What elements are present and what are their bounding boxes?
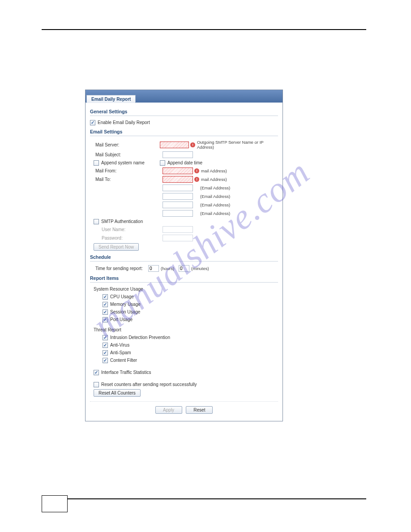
- label-content-filter: Content Filter: [110, 358, 137, 363]
- row-username: User Name:: [90, 225, 278, 234]
- section-schedule-title: Schedule: [90, 252, 278, 262]
- label-mail-from: Mail From:: [90, 168, 163, 173]
- input-mail-to-5[interactable]: [163, 210, 193, 217]
- checkbox-reset-counters[interactable]: [94, 382, 99, 387]
- label-hours: (hours): [159, 266, 179, 271]
- row-content-filter: Content Filter: [90, 356, 278, 364]
- checkbox-memory-usage[interactable]: [103, 302, 108, 307]
- label-smtp-auth: SMTP Authentication: [101, 219, 143, 224]
- checkbox-interface-traffic-stats[interactable]: [94, 370, 99, 375]
- required-icon: !: [190, 142, 195, 147]
- row-idp: Intrusion Detection Prevention: [90, 334, 278, 341]
- row-sys-resource: System Resource Usage: [90, 285, 278, 293]
- row-mail-from: Mail From: ! mail Address): [90, 167, 278, 175]
- reset-button[interactable]: Reset: [186, 406, 213, 414]
- row-threat: Threat Report: [90, 326, 278, 334]
- dialog-titlebar: Email Daily Report: [86, 90, 283, 103]
- section-report-title: Report Items: [90, 273, 278, 283]
- input-mail-server[interactable]: [160, 142, 189, 148]
- reset-all-counters-button[interactable]: Reset All Counters: [94, 389, 141, 397]
- label-username: User Name:: [90, 227, 163, 232]
- hint-mail-to-1: mail Address): [199, 177, 227, 182]
- row-mail-to-3: (Email Address): [90, 192, 278, 201]
- label-sys-resource: System Resource Usage: [94, 287, 143, 292]
- checkbox-antivirus[interactable]: [103, 343, 108, 348]
- row-password: Password:: [90, 234, 278, 242]
- input-password[interactable]: [163, 235, 193, 241]
- row-append: Append system name Append date time: [90, 159, 278, 167]
- page-top-rule: [42, 29, 366, 30]
- input-mail-to-3[interactable]: [163, 193, 193, 200]
- required-icon: !: [194, 177, 199, 182]
- checkbox-session-usage[interactable]: [103, 309, 108, 315]
- checkbox-idp[interactable]: [103, 335, 108, 340]
- checkbox-append-system-name[interactable]: [94, 160, 99, 166]
- label-mail-subject: Mail Subject:: [90, 152, 163, 157]
- row-mail-to-4: (Email Address): [90, 201, 278, 209]
- label-idp: Intrusion Detection Prevention: [110, 335, 170, 340]
- dialog-content: General Settings Enable Email Daily Repo…: [86, 103, 283, 421]
- page-bottom-rule: [67, 498, 366, 499]
- hint-mail-to-3: (Email Address): [193, 194, 230, 199]
- hint-mail-server: Outgoing SMTP Server Name or IP Address): [195, 140, 278, 150]
- row-reset-all: Reset All Counters: [90, 388, 278, 398]
- checkbox-antispam[interactable]: [103, 350, 108, 356]
- row-mail-to-2: (Email Address): [90, 184, 278, 192]
- row-send-now: Send Report Now: [90, 242, 278, 252]
- send-report-now-button[interactable]: Send Report Now: [94, 243, 139, 251]
- tab-email-daily-report[interactable]: Email Daily Report: [86, 95, 136, 103]
- label-threat-report: Threat Report: [94, 327, 121, 332]
- label-memory-usage: Memory Usage: [110, 302, 141, 307]
- email-daily-report-dialog: Email Daily Report General Settings Enab…: [85, 90, 283, 421]
- input-mail-to-2[interactable]: [163, 184, 193, 191]
- hint-mail-to-5: (Email Address): [193, 211, 230, 216]
- input-mail-to-1[interactable]: [163, 176, 193, 183]
- label-time-sending: Time for sending report:: [90, 266, 148, 271]
- label-password: Password:: [90, 236, 163, 240]
- row-mail-to-1: Mail To: ! mail Address): [90, 175, 278, 184]
- label-reset-counters: Reset counters after sending report succ…: [101, 382, 197, 387]
- label-antivirus: Anti-Virus: [110, 343, 129, 348]
- section-general-title: General Settings: [90, 106, 278, 116]
- row-mail-server: Mail Server: ! Outgoing SMTP Server Name…: [90, 139, 278, 150]
- row-antivirus: Anti-Virus: [90, 341, 278, 349]
- row-its: Interface Traffic Statistics: [90, 369, 278, 376]
- checkbox-append-date-time[interactable]: [160, 160, 165, 166]
- row-mail-to-5: (Email Address): [90, 209, 278, 218]
- label-session-usage: Session Usage: [110, 309, 140, 314]
- label-mail-server: Mail Server:: [90, 142, 160, 147]
- required-icon: !: [194, 168, 199, 173]
- row-schedule-time: Time for sending report: (hours) (minute…: [90, 264, 278, 273]
- checkbox-port-usage[interactable]: [103, 317, 108, 322]
- input-mail-to-4[interactable]: [163, 202, 193, 208]
- checkbox-smtp-auth[interactable]: [94, 219, 99, 224]
- row-antispam: Anti-Spam: [90, 349, 278, 356]
- hint-mail-to-2: (Email Address): [193, 185, 230, 190]
- footer-buttons: Apply Reset: [90, 401, 278, 416]
- checkbox-cpu-usage[interactable]: [103, 294, 108, 300]
- label-mail-to: Mail To:: [90, 177, 163, 182]
- row-reset-counters: Reset counters after sending report succ…: [90, 381, 278, 388]
- page-number-box: [42, 495, 68, 512]
- input-mail-subject[interactable]: [163, 151, 193, 158]
- hint-mail-from: mail Address): [199, 168, 227, 173]
- row-memory: Memory Usage: [90, 300, 278, 308]
- label-enable-report: Enable Email Daily Report: [98, 120, 150, 125]
- row-smtp-auth: SMTP Authentication: [90, 218, 278, 225]
- label-append-system-name: Append system name: [101, 160, 145, 165]
- input-minutes[interactable]: [179, 265, 189, 272]
- label-cpu-usage: CPU Usage: [110, 294, 134, 299]
- input-hours[interactable]: [148, 265, 159, 272]
- checkbox-content-filter[interactable]: [103, 358, 108, 363]
- label-minutes: (minutes): [189, 266, 209, 271]
- label-antispam: Anti-Spam: [110, 350, 131, 355]
- apply-button[interactable]: Apply: [155, 406, 182, 414]
- checkbox-enable-report[interactable]: [90, 120, 95, 125]
- section-email-title: Email Settings: [90, 126, 278, 136]
- input-username[interactable]: [163, 226, 193, 233]
- input-mail-from[interactable]: [163, 167, 193, 174]
- row-cpu: CPU Usage: [90, 293, 278, 300]
- row-enable: Enable Email Daily Report: [90, 119, 278, 126]
- label-append-date-time: Append date time: [167, 160, 202, 165]
- row-session: Session Usage: [90, 308, 278, 316]
